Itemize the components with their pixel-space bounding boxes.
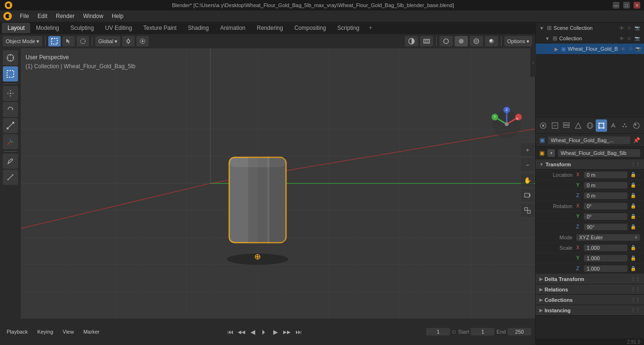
- start-frame-field[interactable]: 1: [471, 328, 494, 336]
- tab-shading[interactable]: Shading: [182, 23, 215, 33]
- measure-tool-btn[interactable]: [3, 170, 18, 185]
- playback-menu[interactable]: Playback: [4, 328, 31, 336]
- jump-next-keyframe-btn[interactable]: ▶▶: [282, 327, 292, 337]
- scale-z-lock-icon[interactable]: 🔒: [630, 266, 636, 271]
- mode-value-field[interactable]: XYZ Euler ▾: [576, 234, 640, 241]
- select-box-btn[interactable]: [48, 36, 61, 46]
- collection-view-btn[interactable]: 👁: [618, 35, 625, 42]
- scale-z-field[interactable]: 1.000: [584, 265, 627, 272]
- scale-x-dot-icon[interactable]: ·: [639, 245, 640, 250]
- side-collapse-btn[interactable]: ‹: [530, 48, 536, 77]
- modifier-props-icon[interactable]: [607, 119, 619, 132]
- jump-prev-keyframe-btn[interactable]: ◀◀: [236, 327, 247, 337]
- scene-collection-hide-select-btn[interactable]: ⊙: [626, 25, 633, 31]
- jump-end-btn[interactable]: ⏭: [293, 327, 304, 337]
- scale-y-field[interactable]: 1.000: [584, 255, 627, 262]
- collections-section-header[interactable]: ▶ Collections ⋮⋮: [536, 295, 644, 305]
- location-y-lock-icon[interactable]: 🔒: [630, 182, 636, 188]
- location-x-lock-icon[interactable]: 🔒: [630, 172, 636, 177]
- xray-btn[interactable]: [420, 36, 433, 46]
- pin-icon[interactable]: 📌: [633, 137, 640, 144]
- delta-transform-section-header[interactable]: ▶ Delta Transform ⋮⋮: [536, 274, 644, 284]
- scale-z-dot-icon[interactable]: ·: [639, 266, 640, 271]
- rotation-z-lock-icon[interactable]: 🔒: [630, 224, 636, 229]
- close-button[interactable]: ✕: [634, 2, 640, 9]
- blender-menu-logo[interactable]: [2, 10, 13, 22]
- end-frame-field[interactable]: 250: [508, 328, 531, 336]
- rendered-shading-btn[interactable]: [485, 36, 498, 46]
- menu-edit[interactable]: Edit: [34, 12, 51, 20]
- overlay-btn[interactable]: [405, 36, 418, 46]
- object-name-field[interactable]: Wheat_Flour_Gold_Bag_...: [548, 136, 630, 144]
- tab-layout[interactable]: Layout: [2, 23, 30, 33]
- tab-animation[interactable]: Animation: [215, 23, 251, 33]
- object-view-btn[interactable]: 👁: [620, 45, 626, 52]
- collection-select-btn[interactable]: ⊙: [626, 35, 633, 42]
- rotate-tool-btn[interactable]: [3, 102, 18, 117]
- relations-section-header[interactable]: ▶ Relations ⋮⋮: [536, 284, 644, 295]
- local-view-btn[interactable]: [521, 204, 534, 217]
- view-layer-props-icon[interactable]: [561, 119, 572, 132]
- particles-props-icon[interactable]: [619, 119, 631, 132]
- lasso-btn[interactable]: [77, 36, 89, 46]
- object-mode-dropdown[interactable]: Object Mode ▾: [3, 36, 42, 46]
- object-props-icon[interactable]: [596, 119, 608, 132]
- tab-compositing[interactable]: Compositing: [289, 23, 332, 33]
- rotation-y-lock-icon[interactable]: 🔒: [630, 214, 636, 219]
- select-tool-btn[interactable]: [3, 66, 18, 82]
- world-props-icon[interactable]: [584, 119, 596, 132]
- scale-y-lock-icon[interactable]: 🔒: [630, 255, 636, 261]
- scale-x-lock-icon[interactable]: 🔒: [630, 245, 636, 250]
- location-x-dot-icon[interactable]: ·: [639, 172, 640, 177]
- rotation-x-lock-icon[interactable]: 🔒: [630, 203, 636, 209]
- zoom-out-btn[interactable]: −: [521, 158, 534, 172]
- object-row[interactable]: ▶ ▣ Wheat_Flour_Gold_B 👁 ⊙ 📷: [536, 44, 644, 54]
- snap-btn[interactable]: [122, 36, 134, 46]
- scale-y-dot-icon[interactable]: ·: [639, 255, 640, 261]
- tab-sculpting[interactable]: Sculpting: [65, 23, 99, 33]
- collection-render-btn[interactable]: 📷: [634, 35, 640, 42]
- tab-rendering[interactable]: Rendering: [251, 23, 288, 33]
- menu-render[interactable]: Render: [52, 12, 78, 20]
- collection-row[interactable]: ▼ ⊞ Collection 👁 ⊙ 📷: [536, 33, 644, 44]
- transform-dropdown[interactable]: Global ▾: [95, 36, 120, 46]
- gizmo[interactable]: X Y Z: [488, 105, 526, 143]
- rotation-x-field[interactable]: 0°: [584, 203, 627, 209]
- step-back-btn[interactable]: ◀: [248, 327, 258, 337]
- output-props-icon[interactable]: [549, 119, 561, 132]
- wireframe-shading-btn[interactable]: [439, 36, 453, 46]
- location-y-field[interactable]: 0 m: [584, 182, 627, 189]
- scene-collection-row[interactable]: ▼ ⊞ Scene Collection 👁 ⊙ 📷: [536, 23, 644, 33]
- tab-uv-editing[interactable]: UV Editing: [99, 23, 138, 33]
- options-btn[interactable]: Options ▾: [504, 36, 532, 46]
- keying-menu[interactable]: Keying: [35, 328, 56, 336]
- marker-menu[interactable]: Marker: [80, 328, 102, 336]
- rotation-x-dot-icon[interactable]: ·: [639, 203, 640, 209]
- pan-btn[interactable]: ✋: [521, 173, 534, 187]
- cursor-tool-btn[interactable]: [3, 50, 18, 65]
- camera-view-btn[interactable]: [521, 189, 534, 202]
- location-z-field[interactable]: 0 m: [584, 192, 627, 199]
- location-z-lock-icon[interactable]: 🔒: [630, 193, 636, 198]
- mesh-dropdown-btn[interactable]: ▾: [547, 149, 555, 157]
- move-tool-btn[interactable]: [3, 86, 18, 101]
- solid-shading-btn[interactable]: [455, 36, 468, 46]
- rotation-z-dot-icon[interactable]: ·: [639, 224, 640, 229]
- scene-collection-view-btn[interactable]: 👁: [618, 25, 625, 31]
- menu-file[interactable]: File: [16, 12, 33, 20]
- jump-start-btn[interactable]: ⏮: [225, 327, 235, 337]
- instancing-section-header[interactable]: ▶ Instancing ⋮⋮: [536, 305, 644, 316]
- play-btn[interactable]: ⏵: [259, 327, 269, 337]
- rotation-y-dot-icon[interactable]: ·: [639, 214, 640, 219]
- tab-add[interactable]: +: [365, 23, 376, 33]
- current-frame-field[interactable]: 1: [426, 328, 450, 336]
- rotation-y-field[interactable]: 0°: [584, 213, 627, 220]
- mesh-name-field[interactable]: Wheat_Flour_Gold_Bag_5lb: [558, 149, 640, 157]
- location-y-dot-icon[interactable]: ·: [639, 182, 640, 188]
- location-x-field[interactable]: 0 m: [584, 172, 627, 178]
- step-forward-btn[interactable]: ▶: [270, 327, 281, 337]
- minimize-button[interactable]: —: [613, 2, 619, 9]
- object-select-btn[interactable]: ⊙: [627, 45, 634, 52]
- tab-modeling[interactable]: Modeling: [30, 23, 65, 33]
- annotate-tool-btn[interactable]: [3, 154, 18, 169]
